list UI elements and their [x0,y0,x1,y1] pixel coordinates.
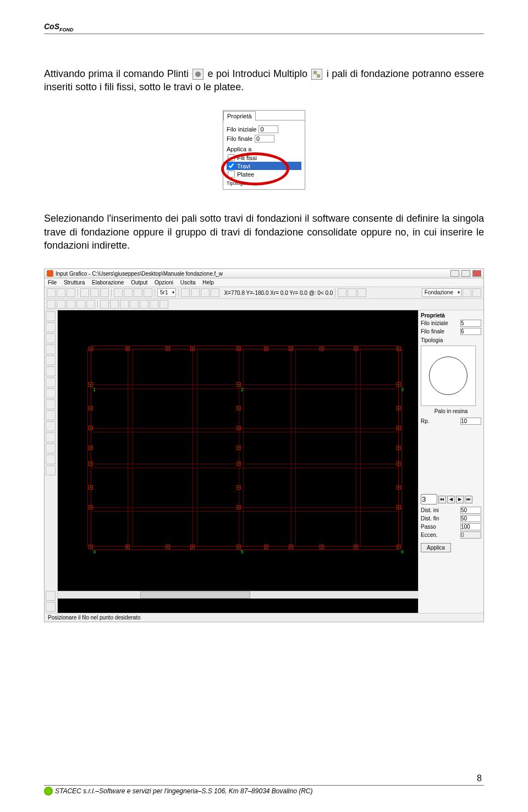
tool-redo[interactable] [90,288,99,297]
tool-close[interactable] [67,288,75,297]
menu-uscita[interactable]: Uscita [180,279,196,286]
tool-a[interactable] [114,288,123,297]
menu-elaborazione[interactable]: Elaborazione [92,279,124,286]
fondazione-combo[interactable]: Fondazione [422,288,461,297]
spinner-first-icon[interactable]: ⏮ [438,496,446,503]
close-button[interactable] [472,270,481,277]
horizontal-scrollbar[interactable] [58,591,419,599]
tool-c[interactable] [134,288,142,297]
drawing-canvas[interactable]: 1 2 3 4 5 6 [58,310,419,613]
paragraph-2: Selezionando l'inserimento dei pali sott… [44,212,484,252]
tool-m[interactable] [472,288,481,297]
rp-dist-fin-input[interactable] [460,515,481,522]
lt-plus-icon[interactable] [46,311,56,321]
check-fili-fissi[interactable]: Fili fissi [227,153,301,162]
tool-cut[interactable] [100,288,109,297]
status-bar: Posizionare il filo nel punto desiderato [45,613,483,622]
lt-tool-11[interactable] [46,421,56,431]
checkbox-travi[interactable] [228,162,235,169]
zoom-window-icon[interactable] [67,300,75,309]
grid-7-icon[interactable] [160,300,168,309]
grid-3-icon[interactable] [120,300,129,309]
tool-f[interactable] [191,288,200,297]
rp-passo-l: Passo [421,524,436,530]
min-button[interactable] [450,270,459,277]
rp-dist-ini-l: Dist. ini [421,507,439,513]
tipologia-label-small: Tipologia [227,180,301,186]
grid-5-icon[interactable] [140,300,148,309]
toolbar-1: 5r1 X=770.8 Y=-180.0 Xr= 0.0 Yr= 0.0 @: … [45,287,483,299]
max-button[interactable] [461,270,470,277]
rp-passo-input[interactable] [460,523,481,530]
rp-eccen-input[interactable] [460,531,481,539]
checkbox-fili-fissi[interactable] [228,154,235,161]
applica-label: Applica a [227,146,301,152]
prop-tab[interactable]: Proprietà [223,111,256,120]
tool-g[interactable] [201,288,210,297]
grid-6-icon[interactable] [150,300,158,309]
menu-file[interactable]: File [48,279,57,286]
lt-tool-13[interactable] [46,443,56,453]
introduci-multiplo-icon [311,69,322,80]
tool-h[interactable] [211,288,219,297]
menu-output[interactable]: Output [131,279,147,286]
tool-i[interactable] [338,288,346,297]
menu-struttura[interactable]: Struttura [64,279,85,286]
applica-button[interactable]: Applica [421,543,451,552]
lt-tool-17[interactable] [46,602,56,612]
rp-tipologia-label: Tipologia [421,337,481,343]
lt-rect-icon[interactable] [46,344,56,354]
grid-2-icon[interactable] [110,300,119,309]
lt-tool-15[interactable] [46,465,56,475]
lt-tool-6[interactable] [46,366,56,376]
spinner-last-icon[interactable]: ⏭ [465,496,472,503]
filo-finale-label: Filo finale [227,135,252,142]
tool-l[interactable] [463,288,471,297]
lt-tool-12[interactable] [46,432,56,442]
tool-j[interactable] [348,288,356,297]
lt-tool-14[interactable] [46,454,56,464]
rp-num-input[interactable] [421,494,437,504]
tool-k[interactable] [358,288,366,297]
spinner-prev-icon[interactable]: ◀ [447,496,455,503]
zoom-out-icon[interactable] [57,300,65,309]
lt-tool-9[interactable] [46,399,56,409]
lt-circle-icon[interactable] [46,333,56,343]
tool-e[interactable] [181,288,190,297]
rp-filo-ini-input[interactable] [460,320,481,327]
rp-filo-fin-input[interactable] [460,328,481,335]
tool-new[interactable] [47,288,56,297]
lt-tool-16[interactable] [46,591,56,601]
title-bar: Input Grafico - C:\Users\giuseppes\Deskt… [45,269,483,278]
rp-filo-fin-l: Filo finale [421,328,444,334]
grid-4-icon[interactable] [130,300,139,309]
lt-point-icon[interactable] [46,322,56,332]
rp-eccen-l: Eccen. [421,532,438,538]
zoom-fit-icon[interactable] [76,300,85,309]
rp-rp-input[interactable] [460,418,481,425]
check-travi[interactable]: Travi [227,162,301,170]
lt-tool-7[interactable] [46,377,56,387]
rp-filo-ini-l: Filo iniziale [421,320,448,326]
prop-panel-small: Proprietà Filo iniziale Filo finale Appl… [223,110,305,190]
filo-finale-input[interactable] [255,135,274,142]
rp-dist-ini-input[interactable] [460,507,481,514]
filo-iniziale-input[interactable] [258,125,278,133]
tool-open[interactable] [57,288,65,297]
zoom-in-icon[interactable] [47,300,56,309]
chk2-label: Travi [237,163,250,169]
lt-tool-5[interactable] [46,355,56,365]
checkbox-platee[interactable] [228,171,235,178]
section-combo[interactable]: 5r1 [157,288,176,297]
menu-help[interactable]: Help [202,279,214,286]
tool-d[interactable] [144,288,152,297]
grid-1-icon[interactable] [100,300,109,309]
menu-opzioni[interactable]: Opzioni [155,279,173,286]
lt-tool-8[interactable] [46,388,56,398]
lt-tool-10[interactable] [46,410,56,420]
tool-b[interactable] [124,288,133,297]
check-platee[interactable]: Platee [227,170,301,178]
pan-icon[interactable] [86,300,95,309]
tool-undo[interactable] [80,288,89,297]
spinner-next-icon[interactable]: ▶ [456,496,464,503]
